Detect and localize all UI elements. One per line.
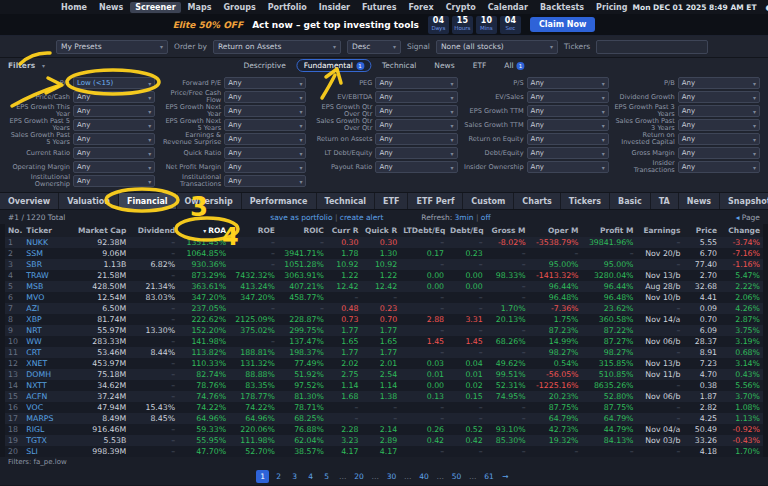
filter-select-eps-growth-ttm[interactable]: Any▾ — [527, 105, 609, 117]
claim-now-button[interactable]: Claim Now — [530, 17, 595, 32]
filter-select-eps-growth-next-year[interactable]: Any▾ — [224, 105, 306, 117]
filter-tab-descriptive[interactable]: Descriptive — [236, 59, 292, 72]
ticker-link-nxtt[interactable]: NXTT — [26, 381, 46, 390]
filter-select-institutional-transactions[interactable]: Any▾ — [224, 175, 306, 187]
nav-item-insider[interactable]: Insider — [314, 2, 355, 13]
filter-select-p-e[interactable]: Low (<15)▾ — [73, 77, 155, 89]
page-50[interactable]: 50 — [450, 470, 464, 483]
page-2[interactable]: 2 — [272, 470, 285, 483]
filter-select-quick-ratio[interactable]: Any▾ — [224, 147, 306, 159]
column-header-ltdebt-eq[interactable]: LTDebt/Eq — [400, 224, 447, 237]
my-presets-select[interactable]: My Presets ▾ — [56, 40, 168, 54]
column-header-gross-m[interactable]: Gross M — [486, 224, 529, 237]
page-5[interactable]: 5 — [320, 470, 333, 483]
filter-select-eps-growth-this-year[interactable]: Any▾ — [73, 105, 155, 117]
filter-select-sales-growth-past-5-years[interactable]: Any▾ — [73, 133, 155, 145]
ticker-link-ww[interactable]: WW — [26, 337, 41, 346]
column-header-quick-r[interactable]: Quick R — [362, 224, 401, 237]
filter-select-dividend-growth[interactable]: Any▾ — [678, 91, 760, 103]
filters-toggle[interactable]: Filters ▾ — [8, 61, 45, 70]
column-header-market-cap[interactable]: Market Cap — [66, 224, 129, 237]
ticker-link-ssm[interactable]: SSM — [26, 249, 43, 258]
filter-select-return-on-equity[interactable]: Any▾ — [527, 133, 609, 145]
filter-select-ev-ebitda[interactable]: Any▾ — [375, 91, 457, 103]
ticker-link-mvo[interactable]: MVO — [26, 293, 44, 302]
filter-select-p-s[interactable]: Any▾ — [527, 77, 609, 89]
tab-etf[interactable]: ETF — [375, 193, 408, 209]
column-header-curr-r[interactable]: Curr R — [327, 224, 362, 237]
page-30[interactable]: 30 — [385, 470, 399, 483]
tab-financial[interactable]: Financial — [119, 193, 177, 209]
page-1[interactable]: 1 — [256, 470, 269, 483]
order-direction-select[interactable]: Desc ▾ — [347, 40, 401, 54]
filter-select-eps-growth-qtr-over-qtr[interactable]: Any▾ — [375, 105, 457, 117]
ticker-link-tgtx[interactable]: TGTX — [26, 436, 47, 445]
filter-select-payout-ratio[interactable]: Any▾ — [375, 161, 457, 173]
page-40[interactable]: 40 — [417, 470, 431, 483]
page-61[interactable]: 61 — [482, 470, 496, 483]
tab-ownership[interactable]: Ownership — [177, 193, 242, 209]
tab-snapshot[interactable]: Snapshot — [720, 193, 768, 209]
ticker-link-xbp[interactable]: XBP — [26, 315, 41, 324]
tab-valuation[interactable]: Valuation — [59, 193, 119, 209]
ticker-link-nrt[interactable]: NRT — [26, 326, 41, 335]
ticker-link-domh[interactable]: DOMH — [26, 370, 51, 379]
filter-select-lt-debt-equity[interactable]: Any▾ — [375, 147, 457, 159]
nav-item-screener[interactable]: Screener — [130, 2, 180, 13]
column-header-earnings[interactable]: Earnings — [637, 224, 684, 237]
filter-select-price-free-cash-flow[interactable]: Any▾ — [224, 91, 306, 103]
nav-item-backtests[interactable]: Backtests — [535, 2, 589, 13]
order-by-select[interactable]: Return on Assets ▾ — [213, 40, 341, 54]
filter-select-current-ratio[interactable]: Any▾ — [73, 147, 155, 159]
signal-select[interactable]: None (all stocks) ▾ — [436, 40, 558, 54]
filter-tab-all[interactable]: All1 — [497, 59, 531, 72]
ticker-link-xnet[interactable]: XNET — [26, 359, 47, 368]
tab-charts[interactable]: Charts — [514, 193, 561, 209]
next-page-arrow[interactable]: → — [499, 470, 512, 483]
page-4[interactable]: 4 — [304, 470, 317, 483]
refresh-off-link[interactable]: off — [481, 213, 491, 222]
ticker-link-traw[interactable]: TRAW — [26, 271, 48, 280]
ticker-link-sbr[interactable]: SBR — [26, 260, 42, 269]
column-header-no[interactable]: No. — [5, 224, 23, 237]
filter-select-price-cash[interactable]: Any▾ — [73, 91, 155, 103]
nav-item-forex[interactable]: Forex — [403, 2, 438, 13]
create-alert-link[interactable]: create alert — [340, 213, 384, 222]
nav-item-portfolio[interactable]: Portfolio — [263, 2, 312, 13]
ticker-link-acfn[interactable]: ACFN — [26, 392, 47, 401]
tickers-input[interactable] — [596, 40, 708, 54]
filter-select-p-b[interactable]: Any▾ — [678, 77, 760, 89]
column-header-price[interactable]: Price — [683, 224, 720, 237]
ticker-link-rigl[interactable]: RIGL — [26, 425, 44, 434]
tab-ta[interactable]: TA — [651, 193, 679, 209]
nav-item-maps[interactable]: Maps — [183, 2, 217, 13]
filter-tab-news[interactable]: News — [427, 59, 461, 72]
column-header-debt-eq[interactable]: Debt/Eq — [447, 224, 486, 237]
filter-select-operating-margin[interactable]: Any▾ — [73, 161, 155, 173]
nav-item-home[interactable]: Home — [56, 2, 92, 13]
filter-select-debt-equity[interactable]: Any▾ — [527, 147, 609, 159]
column-header-roe[interactable]: ROE — [229, 224, 278, 237]
filter-select-return-on-invested-capital[interactable]: Any▾ — [678, 133, 760, 145]
filter-select-institutional-ownership[interactable]: Any▾ — [73, 175, 155, 187]
filter-select-insider-transactions[interactable]: Any▾ — [678, 161, 760, 173]
filter-select-eps-growth-next-5-years[interactable]: Any▾ — [224, 119, 306, 131]
filter-select-insider-ownership[interactable]: Any▾ — [527, 161, 609, 173]
filter-select-eps-growth-past-3-years[interactable]: Any▾ — [678, 105, 760, 117]
nav-item-news[interactable]: News — [94, 2, 128, 13]
tab-technical[interactable]: Technical — [317, 193, 376, 209]
tab-news[interactable]: News — [679, 193, 720, 209]
ticker-link-nukk[interactable]: NUKK — [26, 238, 48, 247]
ticker-link-voc[interactable]: VOC — [26, 403, 43, 412]
filter-select-sales-growth-past-3-years[interactable]: Any▾ — [678, 119, 760, 131]
column-header-dividend[interactable]: Dividend — [129, 224, 178, 237]
tab-overview[interactable]: Overview — [0, 193, 59, 209]
column-header-roic[interactable]: ROIC — [278, 224, 327, 237]
nav-item-crypto[interactable]: Crypto — [441, 2, 481, 13]
filter-select-ev-sales[interactable]: Any▾ — [527, 91, 609, 103]
filter-tab-technical[interactable]: Technical — [375, 59, 423, 72]
filter-tab-fundamental[interactable]: Fundamental1 — [297, 59, 371, 72]
ticker-link-sli[interactable]: SLI — [26, 447, 38, 456]
column-header-ticker[interactable]: Ticker — [23, 224, 66, 237]
filter-select-sales-growth-ttm[interactable]: Any▾ — [527, 119, 609, 131]
